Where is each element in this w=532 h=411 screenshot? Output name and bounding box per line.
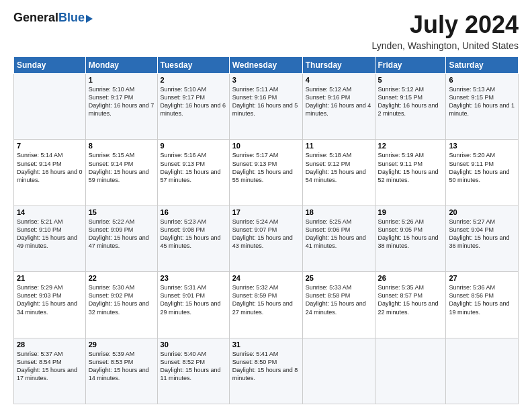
day-number: 21: [17, 274, 83, 282]
calendar-cell: 25Sunrise: 5:33 AM Sunset: 8:58 PM Dayli…: [302, 272, 375, 338]
day-info: Sunrise: 5:11 AM Sunset: 9:16 PM Dayligh…: [232, 85, 300, 118]
day-info: Sunrise: 5:13 AM Sunset: 9:15 PM Dayligh…: [449, 85, 515, 118]
header-sunday: Sunday: [14, 57, 86, 74]
day-info: Sunrise: 5:10 AM Sunset: 9:17 PM Dayligh…: [161, 85, 226, 118]
calendar-cell: [446, 338, 519, 404]
day-number: 19: [378, 208, 443, 216]
day-info: Sunrise: 5:27 AM Sunset: 9:04 PM Dayligh…: [449, 218, 515, 250]
day-number: 31: [232, 340, 300, 349]
day-number: 4: [306, 76, 372, 84]
day-number: 3: [232, 76, 300, 84]
calendar-cell: 12Sunrise: 5:19 AM Sunset: 9:11 PM Dayli…: [375, 140, 446, 205]
day-info: Sunrise: 5:40 AM Sunset: 8:52 PM Dayligh…: [161, 350, 226, 383]
day-info: Sunrise: 5:31 AM Sunset: 9:01 PM Dayligh…: [161, 283, 226, 316]
day-info: Sunrise: 5:37 AM Sunset: 8:54 PM Dayligh…: [17, 350, 83, 383]
logo-general-text: General: [13, 11, 58, 25]
header-friday: Friday: [375, 57, 446, 74]
day-info: Sunrise: 5:15 AM Sunset: 9:14 PM Dayligh…: [89, 151, 154, 184]
logo-blue-text: Blue: [58, 11, 85, 25]
day-info: Sunrise: 5:41 AM Sunset: 8:50 PM Dayligh…: [232, 350, 300, 383]
day-number: 17: [232, 208, 300, 216]
day-info: Sunrise: 5:29 AM Sunset: 9:03 PM Dayligh…: [17, 283, 83, 316]
week-row-2: 14Sunrise: 5:21 AM Sunset: 9:10 PM Dayli…: [14, 205, 519, 271]
day-number: 8: [89, 142, 154, 150]
calendar-cell: 13Sunrise: 5:20 AM Sunset: 9:11 PM Dayli…: [446, 140, 519, 205]
day-number: 2: [161, 76, 226, 84]
calendar-cell: 4Sunrise: 5:12 AM Sunset: 9:16 PM Daylig…: [302, 74, 375, 140]
day-info: Sunrise: 5:26 AM Sunset: 9:05 PM Dayligh…: [378, 218, 443, 250]
calendar-cell: 30Sunrise: 5:40 AM Sunset: 8:52 PM Dayli…: [157, 338, 229, 404]
day-number: 9: [161, 142, 226, 150]
calendar-cell: [375, 338, 446, 404]
day-info: Sunrise: 5:17 AM Sunset: 9:13 PM Dayligh…: [232, 151, 300, 184]
header: General Blue July 2024 Lynden, Washingto…: [13, 11, 519, 51]
week-row-4: 28Sunrise: 5:37 AM Sunset: 8:54 PM Dayli…: [14, 338, 519, 404]
day-number: 15: [89, 208, 154, 216]
header-wednesday: Wednesday: [229, 57, 302, 74]
week-row-1: 7Sunrise: 5:14 AM Sunset: 9:14 PM Daylig…: [14, 140, 519, 205]
header-row: SundayMondayTuesdayWednesdayThursdayFrid…: [14, 57, 519, 74]
day-info: Sunrise: 5:21 AM Sunset: 9:10 PM Dayligh…: [17, 218, 83, 250]
day-number: 26: [378, 274, 443, 282]
day-number: 6: [449, 76, 515, 84]
month-title: July 2024: [372, 11, 519, 39]
day-info: Sunrise: 5:39 AM Sunset: 8:53 PM Dayligh…: [89, 350, 154, 383]
calendar-cell: 15Sunrise: 5:22 AM Sunset: 9:09 PM Dayli…: [85, 205, 157, 271]
day-number: 7: [17, 142, 83, 150]
day-number: 20: [449, 208, 515, 216]
page: General Blue July 2024 Lynden, Washingto…: [0, 0, 532, 411]
header-saturday: Saturday: [446, 57, 519, 74]
day-info: Sunrise: 5:36 AM Sunset: 8:56 PM Dayligh…: [449, 283, 515, 316]
calendar-cell: 29Sunrise: 5:39 AM Sunset: 8:53 PM Dayli…: [85, 338, 157, 404]
day-number: 12: [378, 142, 443, 150]
calendar-cell: 28Sunrise: 5:37 AM Sunset: 8:54 PM Dayli…: [14, 338, 86, 404]
calendar-cell: 8Sunrise: 5:15 AM Sunset: 9:14 PM Daylig…: [85, 140, 157, 205]
day-info: Sunrise: 5:12 AM Sunset: 9:16 PM Dayligh…: [306, 85, 372, 118]
day-info: Sunrise: 5:32 AM Sunset: 8:59 PM Dayligh…: [232, 283, 300, 316]
day-number: 30: [161, 340, 226, 349]
header-monday: Monday: [85, 57, 157, 74]
header-thursday: Thursday: [302, 57, 375, 74]
week-row-3: 21Sunrise: 5:29 AM Sunset: 9:03 PM Dayli…: [14, 272, 519, 338]
day-info: Sunrise: 5:25 AM Sunset: 9:06 PM Dayligh…: [306, 218, 372, 250]
location: Lynden, Washington, United States: [372, 40, 519, 51]
calendar-cell: 1Sunrise: 5:10 AM Sunset: 9:17 PM Daylig…: [85, 74, 157, 140]
day-info: Sunrise: 5:10 AM Sunset: 9:17 PM Dayligh…: [89, 85, 154, 118]
calendar-cell: 24Sunrise: 5:32 AM Sunset: 8:59 PM Dayli…: [229, 272, 302, 338]
day-info: Sunrise: 5:30 AM Sunset: 9:02 PM Dayligh…: [89, 283, 154, 316]
calendar-cell: 31Sunrise: 5:41 AM Sunset: 8:50 PM Dayli…: [229, 338, 302, 404]
calendar-cell: 23Sunrise: 5:31 AM Sunset: 9:01 PM Dayli…: [157, 272, 229, 338]
calendar-cell: 20Sunrise: 5:27 AM Sunset: 9:04 PM Dayli…: [446, 205, 519, 271]
calendar-cell: 27Sunrise: 5:36 AM Sunset: 8:56 PM Dayli…: [446, 272, 519, 338]
calendar-cell: [302, 338, 375, 404]
day-info: Sunrise: 5:22 AM Sunset: 9:09 PM Dayligh…: [89, 218, 154, 250]
calendar-cell: [14, 74, 86, 140]
calendar-body: 1Sunrise: 5:10 AM Sunset: 9:17 PM Daylig…: [14, 74, 519, 404]
day-info: Sunrise: 5:20 AM Sunset: 9:11 PM Dayligh…: [449, 151, 515, 184]
header-tuesday: Tuesday: [157, 57, 229, 74]
day-info: Sunrise: 5:16 AM Sunset: 9:13 PM Dayligh…: [161, 151, 226, 184]
day-number: 10: [232, 142, 300, 150]
calendar-cell: 5Sunrise: 5:12 AM Sunset: 9:15 PM Daylig…: [375, 74, 446, 140]
day-number: 28: [17, 340, 83, 349]
calendar-cell: 14Sunrise: 5:21 AM Sunset: 9:10 PM Dayli…: [14, 205, 86, 271]
calendar-cell: 3Sunrise: 5:11 AM Sunset: 9:16 PM Daylig…: [229, 74, 302, 140]
day-number: 29: [89, 340, 154, 349]
day-number: 24: [232, 274, 300, 282]
day-info: Sunrise: 5:18 AM Sunset: 9:12 PM Dayligh…: [306, 151, 372, 184]
day-number: 13: [449, 142, 515, 150]
calendar-cell: 9Sunrise: 5:16 AM Sunset: 9:13 PM Daylig…: [157, 140, 229, 205]
week-row-0: 1Sunrise: 5:10 AM Sunset: 9:17 PM Daylig…: [14, 74, 519, 140]
calendar-cell: 10Sunrise: 5:17 AM Sunset: 9:13 PM Dayli…: [229, 140, 302, 205]
calendar-cell: 6Sunrise: 5:13 AM Sunset: 9:15 PM Daylig…: [446, 74, 519, 140]
day-info: Sunrise: 5:35 AM Sunset: 8:57 PM Dayligh…: [378, 283, 443, 316]
day-info: Sunrise: 5:19 AM Sunset: 9:11 PM Dayligh…: [378, 151, 443, 184]
day-info: Sunrise: 5:12 AM Sunset: 9:15 PM Dayligh…: [378, 85, 443, 118]
calendar-cell: 2Sunrise: 5:10 AM Sunset: 9:17 PM Daylig…: [157, 74, 229, 140]
calendar-cell: 22Sunrise: 5:30 AM Sunset: 9:02 PM Dayli…: [85, 272, 157, 338]
day-info: Sunrise: 5:33 AM Sunset: 8:58 PM Dayligh…: [306, 283, 372, 316]
calendar-cell: 7Sunrise: 5:14 AM Sunset: 9:14 PM Daylig…: [14, 140, 86, 205]
calendar-cell: 19Sunrise: 5:26 AM Sunset: 9:05 PM Dayli…: [375, 205, 446, 271]
title-area: July 2024 Lynden, Washington, United Sta…: [372, 11, 519, 51]
day-number: 18: [306, 208, 372, 216]
